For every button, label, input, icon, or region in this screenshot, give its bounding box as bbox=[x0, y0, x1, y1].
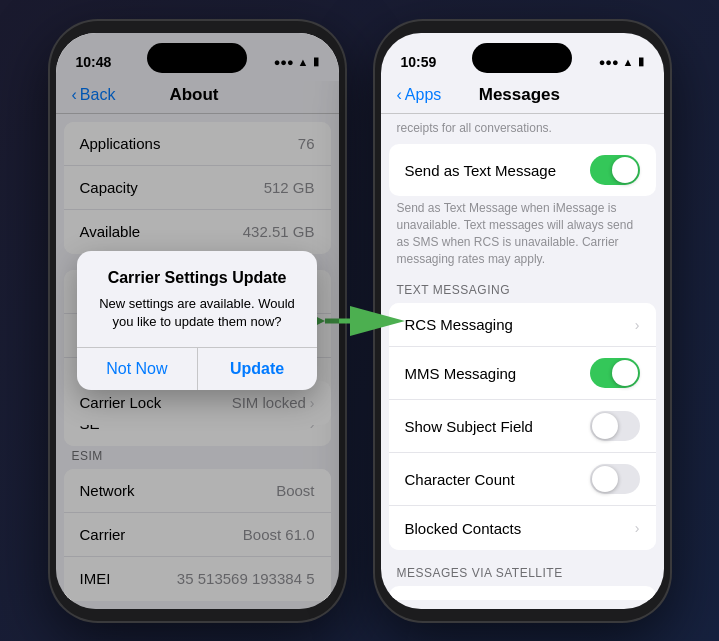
signal-icon-right: ●●● bbox=[599, 56, 619, 68]
modal-update-button[interactable]: Update bbox=[197, 348, 317, 390]
right-status-icons: ●●● ▲ ▮ bbox=[599, 55, 644, 68]
top-description: receipts for all conversations. bbox=[381, 114, 664, 137]
battery-icon-right: ▮ bbox=[638, 55, 644, 68]
modal-body: New settings are available. Would you li… bbox=[77, 291, 317, 347]
right-nav-title: Messages bbox=[441, 85, 597, 105]
satellite-connection-row[interactable]: Satellite Connection Demo bbox=[389, 586, 656, 599]
rcs-messaging-row[interactable]: RCS Messaging › bbox=[389, 303, 656, 347]
show-subject-row: Show Subject Field bbox=[389, 400, 656, 453]
dynamic-island-right bbox=[472, 43, 572, 73]
wifi-icon-right: ▲ bbox=[623, 56, 634, 68]
send-description: Send as Text Message when iMessage is un… bbox=[381, 196, 664, 267]
send-as-text-list: Send as Text Message bbox=[389, 144, 656, 196]
text-messaging-header: TEXT MESSAGING bbox=[381, 267, 664, 303]
satellite-list: Satellite Connection Demo bbox=[389, 586, 656, 599]
right-back-button[interactable]: ‹ Apps bbox=[397, 86, 442, 104]
modal-title: Carrier Settings Update bbox=[77, 251, 317, 291]
blocked-contacts-row[interactable]: Blocked Contacts › bbox=[389, 506, 656, 550]
left-settings-content: Applications 76 Capacity 512 GB Availabl… bbox=[56, 114, 339, 446]
send-as-text-toggle[interactable] bbox=[590, 155, 640, 185]
right-nav-bar: ‹ Apps Messages bbox=[381, 81, 664, 114]
right-phone: 10:59 ●●● ▲ ▮ ‹ Apps Messages bbox=[375, 21, 670, 621]
send-as-text-label: Send as Text Message bbox=[405, 162, 590, 179]
text-messaging-list: RCS Messaging › MMS Messaging Show Subje… bbox=[389, 303, 656, 550]
carrier-settings-modal: Carrier Settings Update New settings are… bbox=[77, 251, 317, 390]
right-phone-screen: 10:59 ●●● ▲ ▮ ‹ Apps Messages bbox=[381, 33, 664, 609]
left-phone-screen: 10:48 ●●● ▲ ▮ ‹ Back About bbox=[56, 33, 339, 609]
modal-buttons: Not Now Update bbox=[77, 348, 317, 390]
send-as-text-row: Send as Text Message bbox=[389, 144, 656, 196]
show-subject-toggle[interactable] bbox=[590, 411, 640, 441]
satellite-header: MESSAGES VIA SATELLITE bbox=[381, 550, 664, 586]
modal-overlay: Carrier Settings Update New settings are… bbox=[56, 114, 339, 446]
chevron-left-icon-right: ‹ bbox=[397, 86, 402, 104]
toggle-knob bbox=[612, 157, 638, 183]
mms-messaging-row: MMS Messaging bbox=[389, 347, 656, 400]
blocked-chevron-icon: › bbox=[635, 520, 640, 536]
modal-not-now-button[interactable]: Not Now bbox=[77, 348, 197, 390]
right-time: 10:59 bbox=[401, 54, 437, 70]
right-settings-content: receipts for all conversations. Send as … bbox=[381, 114, 664, 600]
character-count-row: Character Count bbox=[389, 453, 656, 506]
character-count-toggle[interactable] bbox=[590, 464, 640, 494]
scene: 10:48 ●●● ▲ ▮ ‹ Back About bbox=[0, 0, 719, 641]
right-back-label: Apps bbox=[405, 86, 441, 104]
svg-marker-3 bbox=[350, 306, 405, 336]
rcs-chevron-icon: › bbox=[635, 317, 640, 333]
left-phone: 10:48 ●●● ▲ ▮ ‹ Back About bbox=[50, 21, 345, 621]
mms-toggle[interactable] bbox=[590, 358, 640, 388]
